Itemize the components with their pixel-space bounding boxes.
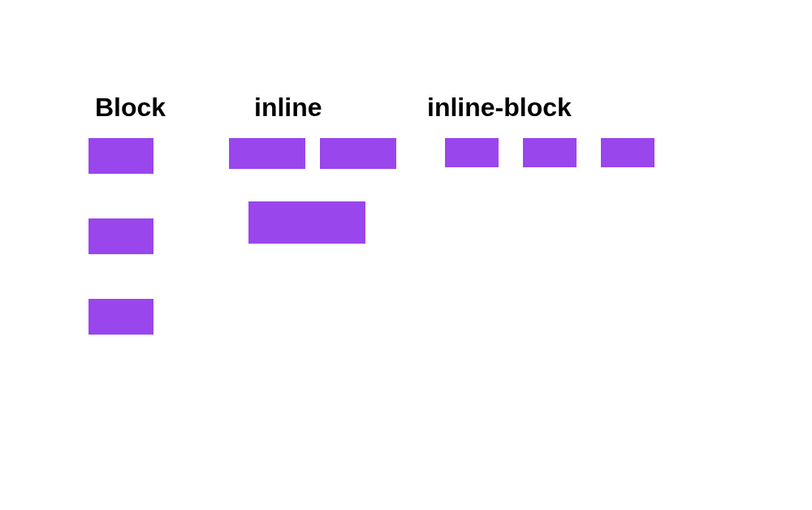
inline-box [229,138,305,169]
inline-block-box [523,138,577,167]
block-box [89,138,153,174]
inline-block-box [601,138,654,167]
inline-block-box [445,138,499,167]
inline-box [320,138,396,169]
block-box [89,218,153,254]
inline-box [248,201,365,244]
heading-inline: inline [254,93,322,123]
heading-inline-block: inline-block [427,93,572,123]
block-box [89,299,153,335]
heading-block: Block [95,93,166,123]
